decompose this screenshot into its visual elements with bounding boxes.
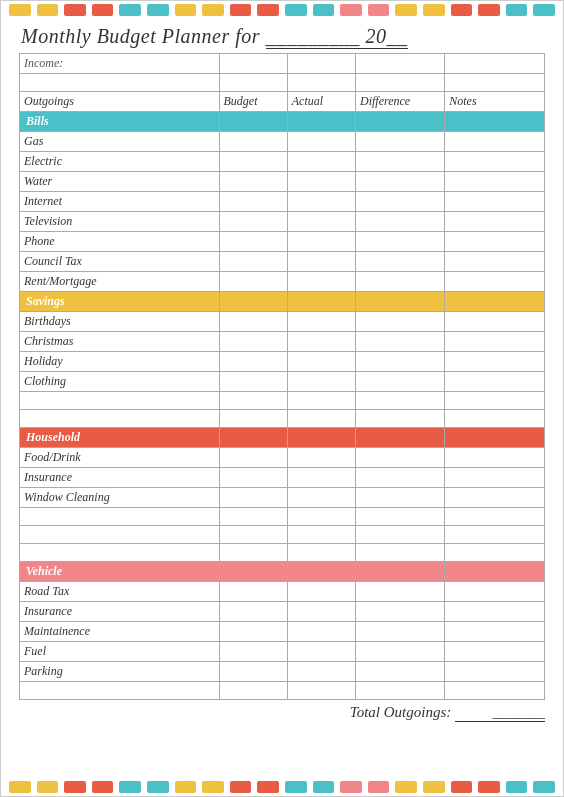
row-cell xyxy=(287,622,355,642)
title-prefix: Monthly Budget Planner for xyxy=(21,25,260,47)
row-cell xyxy=(287,662,355,682)
deco-block xyxy=(230,4,252,16)
table-row: Insurance xyxy=(20,468,545,488)
table-row: Internet xyxy=(20,192,545,212)
deco-block xyxy=(202,781,224,793)
table-row: Window Cleaning xyxy=(20,488,545,508)
row-cell xyxy=(445,172,545,192)
row-cell xyxy=(356,642,445,662)
row-label: Food/Drink xyxy=(20,448,220,468)
row-cell xyxy=(287,212,355,232)
deco-block xyxy=(451,4,473,16)
row-cell xyxy=(356,132,445,152)
total-area: Total Outgoings: _______ xyxy=(1,700,563,724)
row-cell xyxy=(287,312,355,332)
row-label: Parking xyxy=(20,662,220,682)
deco-block xyxy=(451,781,473,793)
spacer-row xyxy=(20,74,545,92)
row-cell xyxy=(219,172,287,192)
vehicle-header-row: Vehicle xyxy=(20,562,545,582)
vehicle-label: Vehicle xyxy=(20,562,220,582)
row-cell xyxy=(445,372,545,392)
row-cell xyxy=(287,132,355,152)
savings-header-row: Savings xyxy=(20,292,545,312)
deco-block xyxy=(37,4,59,16)
row-label: Maintainence xyxy=(20,622,220,642)
row-cell xyxy=(219,602,287,622)
row-cell xyxy=(287,272,355,292)
deco-block xyxy=(64,4,86,16)
row-cell xyxy=(219,312,287,332)
row-label: Electric xyxy=(20,152,220,172)
deco-block xyxy=(9,781,31,793)
row-cell xyxy=(445,272,545,292)
row-label: Phone xyxy=(20,232,220,252)
deco-block xyxy=(175,4,197,16)
bills-label: Bills xyxy=(20,112,220,132)
row-label: Fuel xyxy=(20,642,220,662)
row-cell xyxy=(445,352,545,372)
row-cell xyxy=(356,192,445,212)
deco-block xyxy=(147,4,169,16)
deco-block xyxy=(257,781,279,793)
row-label: Television xyxy=(20,212,220,232)
deco-block xyxy=(92,4,114,16)
income-label: Income: xyxy=(20,54,220,74)
row-label: Gas xyxy=(20,132,220,152)
deco-block xyxy=(230,781,252,793)
row-label: Water xyxy=(20,172,220,192)
row-label: Window Cleaning xyxy=(20,488,220,508)
table-row: Water xyxy=(20,172,545,192)
row-cell xyxy=(445,488,545,508)
row-cell xyxy=(356,312,445,332)
column-header-row: Outgoings Budget Actual Difference Notes xyxy=(20,92,545,112)
deco-block xyxy=(175,781,197,793)
deco-block xyxy=(147,781,169,793)
row-cell xyxy=(219,272,287,292)
row-cell xyxy=(219,468,287,488)
deco-block xyxy=(340,781,362,793)
household-spacer1 xyxy=(20,508,545,526)
row-cell xyxy=(219,132,287,152)
row-label: Insurance xyxy=(20,602,220,622)
deco-block xyxy=(285,4,307,16)
table-row: Fuel xyxy=(20,642,545,662)
row-cell xyxy=(287,192,355,212)
total-label: Total Outgoings: xyxy=(350,704,452,720)
col-actual: Actual xyxy=(287,92,355,112)
row-cell xyxy=(287,602,355,622)
table-row: Parking xyxy=(20,662,545,682)
row-cell xyxy=(219,662,287,682)
budget-table: Income: Outgoings Budget Actual Differen… xyxy=(19,53,545,700)
row-cell xyxy=(287,172,355,192)
row-cell xyxy=(445,582,545,602)
row-cell xyxy=(356,622,445,642)
main-table-wrap: Income: Outgoings Budget Actual Differen… xyxy=(1,53,563,700)
deco-block xyxy=(119,781,141,793)
deco-block xyxy=(368,781,390,793)
deco-top xyxy=(1,1,563,19)
household-header-row: Household xyxy=(20,428,545,448)
row-cell xyxy=(287,372,355,392)
row-cell xyxy=(445,212,545,232)
income-row: Income: xyxy=(20,54,545,74)
row-cell xyxy=(287,448,355,468)
table-row: Road Tax xyxy=(20,582,545,602)
col-notes: Notes xyxy=(445,92,545,112)
row-cell xyxy=(356,332,445,352)
row-cell xyxy=(219,448,287,468)
savings-label: Savings xyxy=(20,292,220,312)
page-title: Monthly Budget Planner for _________ 20_… xyxy=(1,19,563,53)
household-items: Food/DrinkInsuranceWindow Cleaning xyxy=(20,448,545,508)
col-outgoings: Outgoings xyxy=(20,92,220,112)
deco-block xyxy=(313,781,335,793)
deco-bottom xyxy=(1,778,563,796)
row-cell xyxy=(356,448,445,468)
row-cell xyxy=(219,642,287,662)
row-cell xyxy=(445,642,545,662)
deco-block xyxy=(285,781,307,793)
row-cell xyxy=(356,232,445,252)
deco-block xyxy=(478,4,500,16)
table-row: Gas xyxy=(20,132,545,152)
household-spacer3 xyxy=(20,544,545,562)
